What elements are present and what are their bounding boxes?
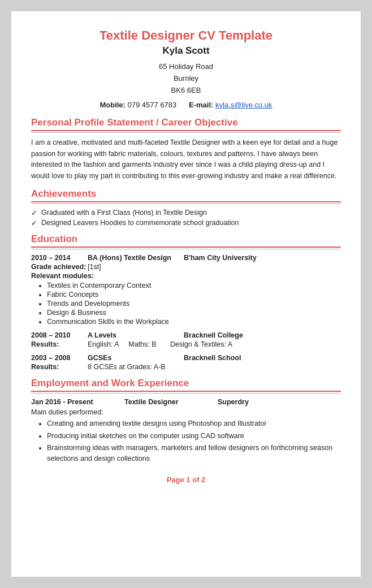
grade-value: [1st]: [88, 263, 101, 271]
employment-section: Employment and Work Experience: [31, 378, 341, 394]
emp-title: Textile Designer: [124, 398, 218, 406]
edu-degree: A Levels: [88, 331, 184, 339]
achievement-item: Graduated with a First Class (Hons) in T…: [31, 209, 341, 217]
cv-name: Kyla Scott: [31, 45, 341, 57]
cv-contact: Mobile: 079 4577 6783 E-mail: kyla.s@liv…: [31, 101, 341, 109]
profile-text: I am a creative, motivated and multi-fac…: [31, 137, 341, 181]
duties-label: Main duties performed:: [31, 408, 341, 416]
emp-company: Superdry: [218, 398, 249, 406]
results-value: 8 GCSEs at Grades: A-B: [88, 363, 166, 371]
achievements-list: Graduated with a First Class (Hons) in T…: [31, 209, 341, 227]
profile-section: Personal Profile Statement / Career Obje…: [31, 117, 341, 133]
edu-institution: B'ham City University: [184, 254, 257, 262]
module-item: Textiles in Contemporary Context: [47, 282, 341, 289]
relevant-label: Relevant modules:: [31, 272, 341, 280]
results-label: Results:: [31, 340, 88, 348]
module-item: Design & Business: [47, 309, 341, 317]
education-entry-2: 2008 – 2010 A Levels Bracknell College R…: [31, 331, 341, 348]
achievement-item: Designed Leavers Hoodies to commemorate …: [31, 219, 341, 227]
duty-item: Producing initial sketches on the comput…: [47, 431, 341, 442]
cv-address: 65 Holiday Road Burnley BK6 6EB: [31, 61, 341, 96]
edu-years: 2010 – 2014: [31, 254, 88, 262]
page-number: Page 1 of 2: [31, 475, 341, 484]
edu-degree: GCSEs: [88, 354, 184, 362]
education-entry-3: 2003 – 2008 GCSEs Bracknell School Resul…: [31, 354, 341, 371]
results-label: Results:: [31, 363, 88, 371]
achievements-heading: Achievements: [31, 188, 341, 200]
cv-page: Textile Designer CV Template Kyla Scott …: [11, 11, 361, 577]
employment-heading: Employment and Work Experience: [31, 378, 341, 389]
duty-item: Brainstorming ideas with managers, marke…: [47, 443, 341, 464]
employment-entry-1: Jan 2016 - Present Textile Designer Supe…: [31, 398, 341, 464]
module-item: Trends and Developments: [47, 300, 341, 308]
email-link[interactable]: kyla.s@live.co.uk: [215, 101, 272, 109]
cv-title: Textile Designer CV Template: [31, 28, 341, 43]
modules-list: Textiles in Contemporary Context Fabric …: [31, 282, 341, 326]
emp-dates: Jan 2016 - Present: [31, 398, 124, 406]
education-heading: Education: [31, 234, 341, 245]
edu-years: 2008 – 2010: [31, 331, 88, 339]
education-section: Education: [31, 234, 341, 249]
edu-institution: Bracknell College: [184, 331, 243, 339]
edu-institution: Bracknell School: [184, 354, 241, 362]
education-entry-1: 2010 – 2014 BA (Hons) Textile Design B'h…: [31, 254, 341, 326]
module-item: Communication Skills in the Workplace: [47, 318, 341, 326]
grade-label: Grade achieved:: [31, 263, 88, 271]
duties-list: Creating and amending textile designs us…: [31, 418, 341, 464]
edu-degree: BA (Hons) Textile Design: [88, 254, 184, 262]
duty-item: Creating and amending textile designs us…: [47, 418, 341, 429]
profile-heading: Personal Profile Statement / Career Obje…: [31, 117, 341, 128]
achievements-section: Achievements: [31, 188, 341, 204]
results-value: English: A Maths: B Design & Textiles: A: [88, 340, 232, 348]
module-item: Fabric Concepts: [47, 291, 341, 299]
edu-years: 2003 – 2008: [31, 354, 88, 362]
